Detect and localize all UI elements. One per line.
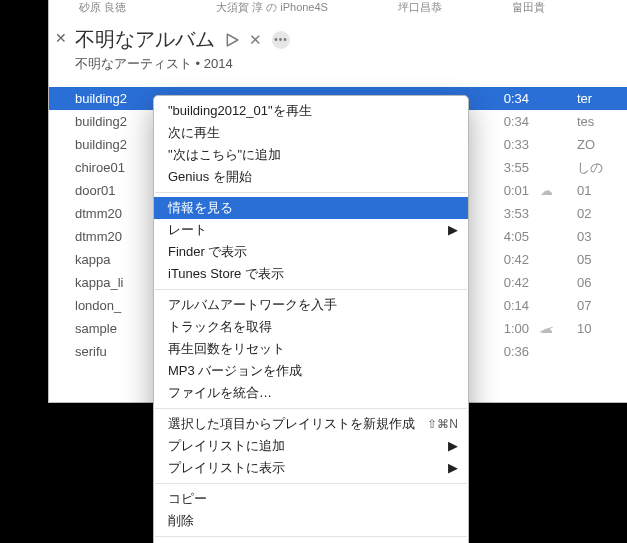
album-title: 不明なアルバム bbox=[75, 26, 215, 53]
device-tab[interactable]: 大須賀 淳 の iPhone4S bbox=[216, 0, 328, 15]
device-tab[interactable]: 砂原 良徳 bbox=[79, 0, 126, 15]
submenu-arrow-icon: ▶ bbox=[448, 221, 458, 239]
menu-item-rating[interactable]: レート ▶ bbox=[154, 219, 468, 241]
submenu-arrow-icon: ▶ bbox=[448, 437, 458, 455]
menu-item-play-next[interactable]: 次に再生 bbox=[154, 122, 468, 144]
menu-item-show-in-playlist[interactable]: プレイリストに表示 ▶ bbox=[154, 457, 468, 479]
device-tab[interactable]: 坪口昌恭 bbox=[398, 0, 442, 15]
menu-separator bbox=[155, 483, 467, 484]
device-tab[interactable]: 畠田貴 bbox=[512, 0, 545, 15]
menu-item-consolidate[interactable]: ファイルを統合… bbox=[154, 382, 468, 404]
menu-separator bbox=[155, 289, 467, 290]
shuffle-icon[interactable]: ✕ bbox=[249, 31, 262, 49]
menu-item-get-info[interactable]: 情報を見る bbox=[154, 197, 468, 219]
track-extra: ter bbox=[563, 91, 627, 106]
menu-separator bbox=[155, 408, 467, 409]
close-icon[interactable]: ✕ bbox=[55, 30, 67, 46]
menu-shortcut: ⇧⌘N bbox=[427, 415, 458, 433]
menu-item-get-artwork[interactable]: アルバムアートワークを入手 bbox=[154, 294, 468, 316]
menu-separator bbox=[155, 536, 467, 537]
menu-item-add-up-next[interactable]: "次はこちら"に追加 bbox=[154, 144, 468, 166]
play-icon[interactable] bbox=[225, 33, 239, 47]
cloud-status-icon: ☁ bbox=[529, 183, 563, 198]
menu-item-copy[interactable]: コピー bbox=[154, 488, 468, 510]
submenu-arrow-icon: ▶ bbox=[448, 459, 458, 477]
menu-item-create-mp3[interactable]: MP3 バージョンを作成 bbox=[154, 360, 468, 382]
menu-item-play[interactable]: "building2012_01"を再生 bbox=[154, 100, 468, 122]
cloud-disabled-icon: ☁ bbox=[529, 321, 563, 336]
menu-item-reset-plays[interactable]: 再生回数をリセット bbox=[154, 338, 468, 360]
track-duration: 0:34 bbox=[485, 91, 529, 106]
context-menu: "building2012_01"を再生 次に再生 "次はこちら"に追加 Gen… bbox=[153, 95, 469, 543]
menu-item-delete[interactable]: 削除 bbox=[154, 510, 468, 532]
menu-item-new-playlist[interactable]: 選択した項目からプレイリストを新規作成 ⇧⌘N bbox=[154, 413, 468, 435]
album-subtitle: 不明なアーティスト • 2014 bbox=[75, 55, 627, 73]
more-icon[interactable]: ••• bbox=[272, 31, 290, 49]
menu-item-add-to-playlist[interactable]: プレイリストに追加 ▶ bbox=[154, 435, 468, 457]
menu-item-show-in-finder[interactable]: Finder で表示 bbox=[154, 241, 468, 263]
menu-item-start-genius[interactable]: Genius を開始 bbox=[154, 166, 468, 188]
device-tab-bar: 砂原 良徳 大須賀 淳 の iPhone4S 坪口昌恭 畠田貴 bbox=[49, 0, 627, 20]
menu-item-get-tracknames[interactable]: トラック名を取得 bbox=[154, 316, 468, 338]
menu-item-show-in-store[interactable]: iTunes Store で表示 bbox=[154, 263, 468, 285]
menu-separator bbox=[155, 192, 467, 193]
